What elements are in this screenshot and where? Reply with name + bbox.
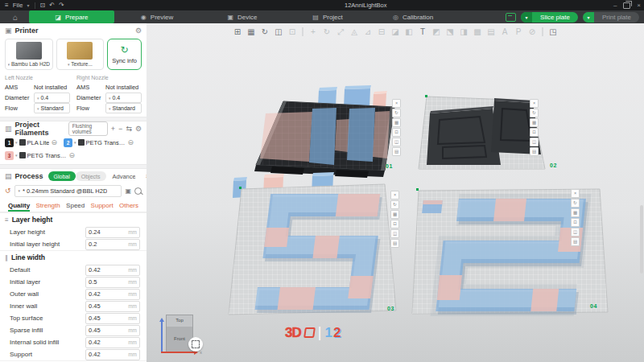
plate-name-icon[interactable]: ▤ <box>571 237 580 246</box>
lock-plate-icon[interactable]: ⊡ <box>571 218 580 227</box>
plate-04-number[interactable]: 04 <box>590 303 597 309</box>
lock-plate-icon[interactable]: ⊡ <box>392 128 401 137</box>
filament-1[interactable]: 1 ▾ PLA Lite ⊖ <box>5 138 57 147</box>
redo-icon[interactable]: ↷ <box>59 2 64 9</box>
auto-p-icon[interactable]: P <box>513 26 525 38</box>
lay-on-face-icon[interactable]: ⊿ <box>362 26 374 38</box>
orient-plate-icon[interactable]: ↻ <box>571 199 580 208</box>
lock-plate-icon[interactable]: ⊡ <box>530 128 539 137</box>
plate-03[interactable] <box>229 172 396 315</box>
auto-orient-icon[interactable]: ↻ <box>259 26 271 38</box>
plate-02[interactable] <box>419 95 545 169</box>
minimize-button[interactable]: – <box>613 2 617 9</box>
add-plate-icon[interactable]: ▦ <box>246 26 258 38</box>
cube-face-top[interactable]: Top <box>167 318 192 323</box>
filament-settings-gear-icon[interactable]: ⚙ <box>135 125 142 133</box>
process-tab-strength[interactable]: Strength <box>35 202 60 211</box>
delete-plate-icon[interactable]: × <box>571 189 580 198</box>
printer-model-card[interactable]: ▾ Bambu Lab H2D <box>5 39 53 70</box>
plate-settings-icon[interactable]: ◫ <box>571 228 580 237</box>
add-filament-icon[interactable]: + <box>111 125 115 133</box>
slice-dropdown-icon[interactable]: ▾ <box>521 12 532 23</box>
auto-a-icon[interactable]: A <box>499 26 511 38</box>
param-input[interactable]: 0.45mm <box>85 313 140 324</box>
param-input[interactable]: 0.45mm <box>85 301 140 312</box>
flushing-volumes-button[interactable]: Flushing volumes <box>68 121 108 136</box>
tab-device[interactable]: ▣ Device <box>200 10 285 23</box>
menu-icon[interactable]: ≡ <box>5 2 9 9</box>
file-menu-chevron-icon[interactable]: ▾ <box>27 2 30 8</box>
print-dropdown-icon[interactable]: ▾ <box>583 12 594 23</box>
tab-prepare[interactable]: ◪ Prepare <box>29 10 114 23</box>
plate-03-tools[interactable]: ×↻▦⊡◫▤ <box>390 191 399 248</box>
scope-objects-button[interactable]: Objects <box>76 171 106 181</box>
slice-plate-button[interactable]: ▾ Slice plate <box>521 12 578 23</box>
home-icon[interactable]: ⌂ <box>13 13 18 22</box>
printer-settings-gear-icon[interactable]: ⚙ <box>135 27 142 35</box>
sync-filament-icon[interactable]: ⇆ <box>126 125 132 133</box>
orient-plate-icon[interactable]: ↻ <box>530 109 539 117</box>
process-tab-speed[interactable]: Speed <box>66 202 85 211</box>
param-input[interactable]: 0.42mm <box>85 289 140 300</box>
close-button[interactable]: × <box>637 2 641 9</box>
split-objects-icon[interactable]: ◪ <box>390 26 402 38</box>
cut-icon[interactable]: ⊟ <box>376 26 388 38</box>
arrange-plate-icon[interactable]: ▦ <box>390 210 399 219</box>
param-input[interactable]: 0.42mm <box>85 337 140 348</box>
preset-history-icon[interactable]: ↺ <box>5 187 11 195</box>
mesh-edit-icon[interactable]: ▩ <box>472 26 484 38</box>
color-paint-icon[interactable]: ◩ <box>431 26 443 38</box>
add-object-icon[interactable]: ⊞ <box>232 26 244 38</box>
filament-2-remove-icon[interactable]: ⊖ <box>128 138 134 146</box>
measure-icon[interactable]: ⊘ <box>526 26 539 38</box>
lock-plate-icon[interactable]: ⊡ <box>390 220 399 228</box>
orientation-cube[interactable]: Top Front x <box>155 315 208 360</box>
plate-03-number[interactable]: 03 <box>387 306 394 311</box>
split-parts-icon[interactable]: ◧ <box>403 26 415 38</box>
send-print-icon[interactable] <box>506 13 516 22</box>
left-flow-select[interactable]: ▾Standard <box>34 103 70 113</box>
plate-name-icon[interactable]: ▤ <box>392 147 401 156</box>
support-paint-icon[interactable]: ⬔ <box>444 26 456 38</box>
undo-icon[interactable]: ↶ <box>49 2 55 9</box>
build-plate-card[interactable]: ▾ Texture... <box>56 39 105 70</box>
viewport-3d[interactable]: ⊞▦↻◫⊡+↻⤢◬⊿⊟◪◧T◩⬔◨▩▤AP⊘◳ 01 02 03 04 ×↻▦⊡… <box>147 23 644 362</box>
seam-paint-icon[interactable]: ◨ <box>458 26 470 38</box>
rotate-icon[interactable]: ↻ <box>321 26 333 38</box>
maximize-button[interactable] <box>623 2 630 9</box>
model-dark-panel-left[interactable] <box>427 106 501 165</box>
plate-settings-icon[interactable]: ◫ <box>530 138 539 146</box>
scope-global-button[interactable]: Global <box>48 171 76 181</box>
right-diameter-select[interactable]: ▾0.4 <box>105 93 142 103</box>
plate-name-icon[interactable]: ▤ <box>530 147 539 156</box>
arrange-icon[interactable]: ◫ <box>273 26 285 38</box>
plate-01[interactable] <box>254 85 394 178</box>
filament-1-remove-icon[interactable]: ⊖ <box>51 138 57 146</box>
save-icon[interactable]: ⊡ <box>40 2 46 9</box>
process-tab-support[interactable]: Support <box>91 202 114 211</box>
plate-02-tools[interactable]: ×↻▦⊡◫▤ <box>530 99 539 156</box>
orient-plate-icon[interactable]: ↻ <box>390 200 399 209</box>
sidebar-scrollbar[interactable] <box>640 205 643 274</box>
plate-04-tools[interactable]: ×↻▦⊡◫▤ <box>571 189 580 246</box>
plate-01-number[interactable]: 01 <box>386 163 393 169</box>
mirror-icon[interactable]: ◬ <box>349 26 361 38</box>
plate-settings-icon[interactable]: ◫ <box>390 229 399 238</box>
orient-plate-icon[interactable]: ↻ <box>392 109 401 117</box>
sync-info-button[interactable]: ↻ Sync info <box>107 39 142 70</box>
tab-preview[interactable]: ◉ Preview <box>114 10 200 23</box>
search-preset-icon[interactable] <box>134 187 142 195</box>
process-tab-others[interactable]: Others <box>119 202 138 211</box>
param-input[interactable]: 0.2mm <box>85 239 140 250</box>
arrange-plate-icon[interactable]: ▦ <box>530 118 539 127</box>
assembly-view-icon[interactable]: ◳ <box>547 26 559 38</box>
process-tab-quality[interactable]: Quality <box>8 202 30 211</box>
plate-name-icon[interactable]: ▤ <box>390 239 399 248</box>
tab-project[interactable]: ▤ Project <box>285 10 370 23</box>
file-menu[interactable]: File <box>13 2 23 9</box>
filament-3-remove-icon[interactable]: ⊖ <box>69 151 76 159</box>
param-input[interactable]: 0.5mm <box>85 277 140 288</box>
right-flow-select[interactable]: ▾Standard <box>105 103 142 113</box>
reset-view-button[interactable] <box>188 337 203 352</box>
plate-01-tools[interactable]: ×↻▦⊡◫▤ <box>392 99 401 156</box>
